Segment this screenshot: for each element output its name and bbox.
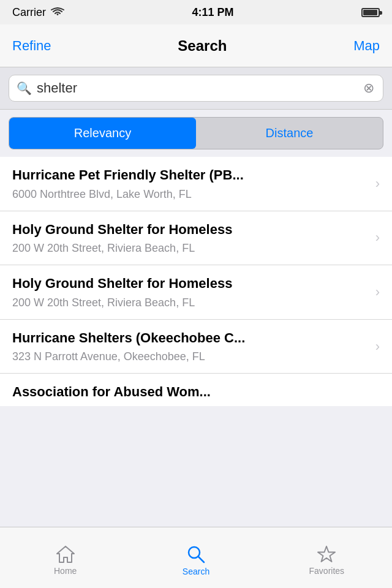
chevron-right-icon: ›	[375, 230, 380, 246]
svg-line-2	[198, 557, 204, 562]
segment-control: Relevancy Distance	[9, 117, 383, 149]
tab-bar: Home Search Favorites	[0, 527, 392, 588]
search-bar-container: 🔍 ⊗	[0, 67, 392, 110]
result-title: Hurricane Shelters (Okeechobee C...	[12, 330, 369, 347]
result-title: Association for Abused Wom...	[12, 383, 380, 401]
result-address: 200 W 20th Street, Riviera Beach, FL	[12, 296, 369, 309]
tab-search[interactable]: Search	[130, 540, 261, 576]
result-content: Holy Ground Shelter for Homeless 200 W 2…	[12, 221, 375, 255]
segment-relevancy[interactable]: Relevancy	[9, 118, 196, 149]
segment-distance[interactable]: Distance	[196, 118, 383, 149]
search-tab-icon	[186, 545, 206, 564]
tab-favorites[interactable]: Favorites	[262, 540, 392, 576]
chevron-right-icon: ›	[375, 339, 380, 355]
tab-home[interactable]: Home	[0, 540, 130, 576]
status-time: 4:11 PM	[192, 6, 233, 19]
status-right	[361, 8, 380, 17]
results-list: Hurricane Pet Friendly Shelter (PB... 60…	[0, 157, 392, 406]
battery-icon	[361, 8, 380, 17]
star-icon	[317, 545, 336, 564]
search-input-wrap: 🔍 ⊗	[9, 75, 383, 102]
status-left: Carrier	[12, 6, 64, 19]
result-content: Hurricane Shelters (Okeechobee C... 323 …	[12, 330, 375, 364]
tab-home-label: Home	[54, 566, 77, 576]
carrier-label: Carrier	[12, 6, 46, 19]
result-title: Holy Ground Shelter for Homeless	[12, 221, 369, 239]
list-item[interactable]: Holy Ground Shelter for Homeless 200 W 2…	[0, 265, 392, 320]
list-item[interactable]: Hurricane Shelters (Okeechobee C... 323 …	[0, 320, 392, 374]
result-address: 6000 Northtree Blvd, Lake Worth, FL	[12, 188, 369, 201]
result-title: Hurricane Pet Friendly Shelter (PB...	[12, 167, 369, 184]
map-button[interactable]: Map	[353, 38, 380, 54]
status-bar: Carrier 4:11 PM	[0, 0, 392, 24]
nav-title: Search	[178, 37, 227, 55]
search-icon: 🔍	[17, 81, 32, 96]
list-item[interactable]: Holy Ground Shelter for Homeless 200 W 2…	[0, 211, 392, 266]
home-icon	[56, 545, 75, 564]
svg-marker-0	[57, 546, 74, 562]
result-address: 323 N Parrott Avenue, Okeechobee, FL	[12, 350, 369, 363]
nav-bar: Refine Search Map	[0, 24, 392, 67]
result-address: 200 W 20th Street, Riviera Beach, FL	[12, 242, 369, 255]
wifi-icon	[51, 7, 64, 17]
result-content: Hurricane Pet Friendly Shelter (PB... 60…	[12, 167, 375, 201]
tab-favorites-label: Favorites	[309, 566, 345, 576]
result-title: Holy Ground Shelter for Homeless	[12, 275, 369, 293]
chevron-right-icon: ›	[375, 284, 380, 300]
result-content: Holy Ground Shelter for Homeless 200 W 2…	[12, 275, 375, 309]
chevron-right-icon: ›	[375, 176, 380, 192]
clear-button[interactable]: ⊗	[362, 80, 375, 96]
content-area: 🔍 ⊗ Relevancy Distance Hurricane Pet Fri…	[0, 67, 392, 527]
tab-search-label: Search	[183, 567, 209, 576]
search-input[interactable]	[37, 80, 362, 96]
svg-marker-3	[318, 546, 335, 562]
list-item[interactable]: Hurricane Pet Friendly Shelter (PB... 60…	[0, 157, 392, 211]
list-item-partial[interactable]: Association for Abused Wom...	[0, 374, 392, 406]
refine-button[interactable]: Refine	[12, 38, 51, 54]
